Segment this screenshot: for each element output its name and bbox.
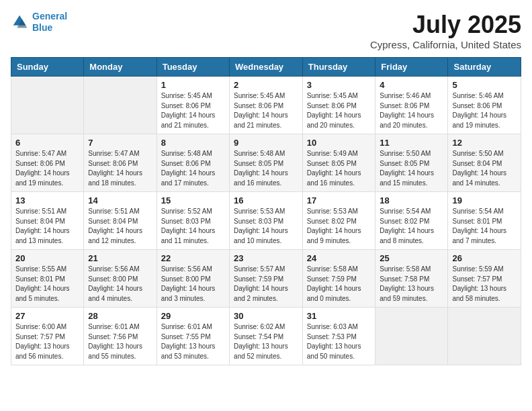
calendar-cell: 25Sunrise: 5:58 AM Sunset: 7:58 PM Dayli…: [375, 250, 448, 308]
day-info: Sunrise: 5:54 AM Sunset: 8:01 PM Dayligh…: [452, 207, 517, 246]
day-info: Sunrise: 6:03 AM Sunset: 7:53 PM Dayligh…: [307, 322, 371, 361]
day-info: Sunrise: 5:57 AM Sunset: 7:59 PM Dayligh…: [234, 265, 298, 304]
day-number: 4: [380, 80, 443, 90]
calendar-cell: [84, 77, 157, 134]
calendar-cell: [448, 308, 521, 365]
day-info: Sunrise: 5:56 AM Sunset: 8:00 PM Dayligh…: [161, 265, 225, 304]
calendar-cell: 19Sunrise: 5:54 AM Sunset: 8:01 PM Dayli…: [448, 192, 521, 250]
weekday-header-friday: Friday: [375, 58, 448, 77]
week-row-2: 6Sunrise: 5:47 AM Sunset: 8:06 PM Daylig…: [11, 134, 521, 192]
calendar-cell: 6Sunrise: 5:47 AM Sunset: 8:06 PM Daylig…: [11, 134, 84, 192]
weekday-header-row: SundayMondayTuesdayWednesdayThursdayFrid…: [11, 58, 521, 77]
weekday-header-thursday: Thursday: [302, 58, 375, 77]
week-row-4: 20Sunrise: 5:55 AM Sunset: 8:01 PM Dayli…: [11, 250, 521, 308]
day-info: Sunrise: 5:50 AM Sunset: 8:05 PM Dayligh…: [380, 149, 443, 188]
day-info: Sunrise: 6:01 AM Sunset: 7:55 PM Dayligh…: [161, 322, 225, 361]
day-number: 28: [88, 311, 152, 321]
day-number: 27: [15, 311, 79, 321]
day-number: 11: [380, 138, 443, 148]
calendar-cell: 9Sunrise: 5:48 AM Sunset: 8:05 PM Daylig…: [230, 134, 303, 192]
day-info: Sunrise: 5:51 AM Sunset: 8:04 PM Dayligh…: [88, 207, 152, 246]
day-number: 24: [307, 253, 371, 263]
week-row-1: 1Sunrise: 5:45 AM Sunset: 8:06 PM Daylig…: [11, 77, 521, 134]
calendar-cell: 15Sunrise: 5:52 AM Sunset: 8:03 PM Dayli…: [157, 192, 229, 250]
day-info: Sunrise: 5:50 AM Sunset: 8:04 PM Dayligh…: [452, 149, 517, 188]
logo-line1: General: [32, 11, 67, 21]
subtitle: Cypress, California, United States: [370, 39, 521, 50]
day-number: 1: [161, 80, 225, 90]
weekday-header-sunday: Sunday: [11, 58, 84, 77]
day-number: 17: [307, 195, 371, 205]
calendar-cell: [375, 308, 448, 365]
calendar: SundayMondayTuesdayWednesdayThursdayFrid…: [11, 57, 521, 365]
day-number: 23: [234, 253, 298, 263]
day-info: Sunrise: 5:52 AM Sunset: 8:03 PM Dayligh…: [161, 207, 225, 246]
calendar-cell: 17Sunrise: 5:53 AM Sunset: 8:02 PM Dayli…: [302, 192, 375, 250]
calendar-cell: [11, 77, 84, 134]
calendar-cell: 2Sunrise: 5:45 AM Sunset: 8:06 PM Daylig…: [230, 77, 303, 134]
day-number: 7: [88, 138, 152, 148]
week-row-3: 13Sunrise: 5:51 AM Sunset: 8:04 PM Dayli…: [11, 192, 521, 250]
weekday-header-wednesday: Wednesday: [230, 58, 303, 77]
day-info: Sunrise: 5:47 AM Sunset: 8:06 PM Dayligh…: [88, 149, 152, 188]
day-number: 20: [15, 253, 79, 263]
day-number: 21: [88, 253, 152, 263]
title-block: July 2025 Cypress, California, United St…: [370, 11, 521, 50]
day-info: Sunrise: 5:56 AM Sunset: 8:00 PM Dayligh…: [88, 265, 152, 304]
calendar-cell: 31Sunrise: 6:03 AM Sunset: 7:53 PM Dayli…: [302, 308, 375, 365]
calendar-cell: 1Sunrise: 5:45 AM Sunset: 8:06 PM Daylig…: [157, 77, 229, 134]
day-number: 26: [452, 253, 517, 263]
day-info: Sunrise: 5:48 AM Sunset: 8:06 PM Dayligh…: [161, 149, 225, 188]
calendar-cell: 16Sunrise: 5:53 AM Sunset: 8:03 PM Dayli…: [230, 192, 303, 250]
day-info: Sunrise: 5:49 AM Sunset: 8:05 PM Dayligh…: [307, 149, 371, 188]
day-info: Sunrise: 5:46 AM Sunset: 8:06 PM Dayligh…: [380, 91, 443, 130]
day-info: Sunrise: 5:51 AM Sunset: 8:04 PM Dayligh…: [15, 207, 79, 246]
calendar-cell: 13Sunrise: 5:51 AM Sunset: 8:04 PM Dayli…: [11, 192, 84, 250]
day-number: 5: [452, 80, 517, 90]
day-info: Sunrise: 5:58 AM Sunset: 7:58 PM Dayligh…: [380, 265, 443, 304]
day-number: 25: [380, 253, 443, 263]
calendar-cell: 8Sunrise: 5:48 AM Sunset: 8:06 PM Daylig…: [157, 134, 229, 192]
day-number: 29: [161, 311, 225, 321]
day-number: 12: [452, 138, 517, 148]
day-info: Sunrise: 6:01 AM Sunset: 7:56 PM Dayligh…: [88, 322, 152, 361]
day-number: 31: [307, 311, 371, 321]
calendar-cell: 26Sunrise: 5:59 AM Sunset: 7:57 PM Dayli…: [448, 250, 521, 308]
day-number: 15: [161, 195, 225, 205]
calendar-cell: 5Sunrise: 5:46 AM Sunset: 8:06 PM Daylig…: [448, 77, 521, 134]
page-header: General Blue July 2025 Cypress, Californ…: [11, 11, 521, 50]
calendar-cell: 7Sunrise: 5:47 AM Sunset: 8:06 PM Daylig…: [84, 134, 157, 192]
day-info: Sunrise: 5:59 AM Sunset: 7:57 PM Dayligh…: [452, 265, 517, 304]
day-number: 2: [234, 80, 298, 90]
calendar-cell: 22Sunrise: 5:56 AM Sunset: 8:00 PM Dayli…: [157, 250, 229, 308]
calendar-cell: 27Sunrise: 6:00 AM Sunset: 7:57 PM Dayli…: [11, 308, 84, 365]
day-info: Sunrise: 5:48 AM Sunset: 8:05 PM Dayligh…: [234, 149, 298, 188]
day-number: 9: [234, 138, 298, 148]
day-info: Sunrise: 5:53 AM Sunset: 8:03 PM Dayligh…: [234, 207, 298, 246]
day-number: 3: [307, 80, 371, 90]
day-info: Sunrise: 6:00 AM Sunset: 7:57 PM Dayligh…: [15, 322, 79, 361]
day-info: Sunrise: 5:54 AM Sunset: 8:02 PM Dayligh…: [380, 207, 443, 246]
calendar-cell: 10Sunrise: 5:49 AM Sunset: 8:05 PM Dayli…: [302, 134, 375, 192]
day-info: Sunrise: 5:46 AM Sunset: 8:06 PM Dayligh…: [452, 91, 517, 130]
logo-icon: [11, 13, 30, 32]
week-row-5: 27Sunrise: 6:00 AM Sunset: 7:57 PM Dayli…: [11, 308, 521, 365]
calendar-cell: 3Sunrise: 5:45 AM Sunset: 8:06 PM Daylig…: [302, 77, 375, 134]
calendar-cell: 29Sunrise: 6:01 AM Sunset: 7:55 PM Dayli…: [157, 308, 229, 365]
logo-text: General Blue: [32, 11, 67, 34]
weekday-header-tuesday: Tuesday: [157, 58, 229, 77]
main-title: July 2025: [370, 11, 521, 39]
calendar-cell: 28Sunrise: 6:01 AM Sunset: 7:56 PM Dayli…: [84, 308, 157, 365]
day-number: 6: [15, 138, 79, 148]
calendar-cell: 14Sunrise: 5:51 AM Sunset: 8:04 PM Dayli…: [84, 192, 157, 250]
day-info: Sunrise: 5:47 AM Sunset: 8:06 PM Dayligh…: [15, 149, 79, 188]
day-number: 16: [234, 195, 298, 205]
day-info: Sunrise: 5:45 AM Sunset: 8:06 PM Dayligh…: [161, 91, 225, 130]
calendar-cell: 11Sunrise: 5:50 AM Sunset: 8:05 PM Dayli…: [375, 134, 448, 192]
day-number: 10: [307, 138, 371, 148]
day-info: Sunrise: 5:58 AM Sunset: 7:59 PM Dayligh…: [307, 265, 371, 304]
logo-line2: Blue: [32, 22, 52, 33]
day-number: 30: [234, 311, 298, 321]
day-number: 22: [161, 253, 225, 263]
day-info: Sunrise: 5:45 AM Sunset: 8:06 PM Dayligh…: [234, 91, 298, 130]
